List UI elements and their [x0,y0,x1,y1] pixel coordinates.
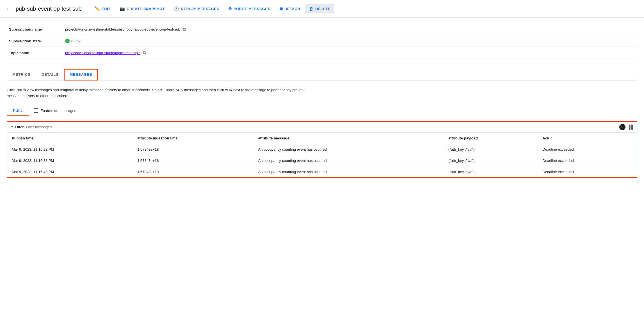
subscription-name-row: Subscription name projects/visionai-test… [7,23,637,35]
enable-ack-group: Enable ack messages [34,108,76,113]
cell-publish-time: Mar 9, 2023, 11:16:49 PM [7,166,133,177]
cell-ack: Deadline exceeded [538,144,637,155]
topic-name-label: Topic name [7,47,63,59]
help-icon[interactable]: ? [619,124,625,130]
circle-minus-icon: ⊖ [228,6,232,11]
pull-section: PULL Enable ack messages [7,106,637,116]
cell-ack: Deadline exceeded [538,166,637,177]
detach-icon: ◼ [279,6,283,11]
table-row: Mar 9, 2023, 11:16:38 PM 1.67843e+18 An … [7,155,637,166]
cell-publish-time: Mar 9, 2023, 11:16:38 PM [7,155,133,166]
trash-icon: 🗑 [309,6,314,11]
create-snapshot-button[interactable]: 📷 CREATE SNAPSHOT [116,4,169,13]
delete-button[interactable]: 🗑 DELETE [305,4,334,13]
messages-tab-content: Click Pull to view messages and temporar… [0,81,644,185]
columns-icon[interactable] [629,125,633,130]
tabs-bar: METRICS DETAILS MESSAGES [7,69,637,81]
edit-button[interactable]: ✏️ EDIT [91,4,115,13]
col-message: attribute.message [254,133,444,144]
pencil-icon: ✏️ [95,6,100,11]
table-row: Mar 9, 2023, 11:16:28 PM 1.67843e+18 An … [7,144,637,155]
toolbar: ← pub-sub-event-op-test-sub ✏️ EDIT 📷 CR… [0,0,644,18]
col-payload: attribute.payload [444,133,538,144]
clock-icon: 🕐 [174,6,179,11]
filter-bar: ≡ Filter ? [7,122,637,133]
enable-ack-label: Enable ack messages [40,109,76,113]
toolbar-actions: ✏️ EDIT 📷 CREATE SNAPSHOT 🕐 REPLAY MESSA… [91,4,638,13]
messages-table-wrapper: ≡ Filter ? Publish time attribute.ingest… [7,121,637,178]
cell-payload: {"attr_key":"val"} [444,155,538,166]
filter-input[interactable] [26,125,82,129]
filter-left: ≡ Filter [11,125,82,129]
cell-ingestion-time: 1.67843e+18 [133,144,254,155]
cell-ingestion-time: 1.67843e+18 [133,155,254,166]
subscription-name-value: projects/visionai-testing-stable/subscri… [65,27,635,32]
filter-lines-icon: ≡ [11,125,13,129]
cell-publish-time: Mar 9, 2023, 11:16:28 PM [7,144,133,155]
page-title: pub-sub-event-op-test-sub [16,6,82,12]
col-ingestion-time: attribute.ingestionTime [133,133,254,144]
tabs-section: METRICS DETAILS MESSAGES [0,63,644,81]
messages-description: Click Pull to view messages and temporar… [7,87,316,99]
tab-messages[interactable]: MESSAGES [64,69,98,81]
cell-message: An occupancy counting event has occured [254,166,444,177]
cell-payload: {"attr_key":"val"} [444,166,538,177]
sort-arrow-icon[interactable]: ↑ [550,136,552,140]
purge-messages-button[interactable]: ⊖ PURGE MESSAGES [224,4,274,13]
cell-ingestion-time: 1.67843e+18 [133,166,254,177]
camera-icon: 📷 [120,6,125,11]
col-ack: Ack ↑ [538,133,637,144]
subscription-name-label: Subscription name [7,23,63,35]
info-table: Subscription name projects/visionai-test… [7,23,637,59]
col-publish-time: Publish time [7,133,133,144]
cell-payload: {"attr_key":"val"} [444,144,538,155]
replay-messages-button[interactable]: 🕐 REPLAY MESSAGES [170,4,223,13]
cell-ack: Deadline exceeded [538,155,637,166]
detach-button[interactable]: ◼ DETACH [275,4,304,13]
copy-subscription-name-icon[interactable]: ⧉ [182,27,186,32]
pull-button[interactable]: PULL [7,106,29,116]
enable-ack-checkbox[interactable] [34,108,38,113]
cell-message: An occupancy counting event has occured [254,155,444,166]
topic-name-link[interactable]: projects/visionai-testing-stable/topics/… [65,51,140,55]
table-header-row: Publish time attribute.ingestionTime att… [7,133,637,144]
copy-topic-name-icon[interactable]: ⧉ [143,50,146,55]
table-row: Mar 9, 2023, 11:16:49 PM 1.67843e+18 An … [7,166,637,177]
topic-name-value: projects/visionai-testing-stable/topics/… [65,50,635,55]
filter-toggle[interactable]: ≡ Filter [11,125,24,129]
cell-message: An occupancy counting event has occured [254,144,444,155]
filter-label: Filter [15,125,24,129]
back-button[interactable]: ← [6,6,11,12]
messages-table: Publish time attribute.ingestionTime att… [7,133,637,177]
subscription-state-row: Subscription state active [7,35,637,47]
info-section: Subscription name projects/visionai-test… [0,18,644,59]
tab-details[interactable]: DETAILS [36,69,64,81]
filter-right: ? [619,124,633,130]
subscription-state-label: Subscription state [7,35,63,47]
subscription-state-value: active [65,39,635,43]
topic-name-row: Topic name projects/visionai-testing-sta… [7,47,637,59]
active-status-icon [65,39,70,43]
tab-metrics[interactable]: METRICS [7,69,36,81]
